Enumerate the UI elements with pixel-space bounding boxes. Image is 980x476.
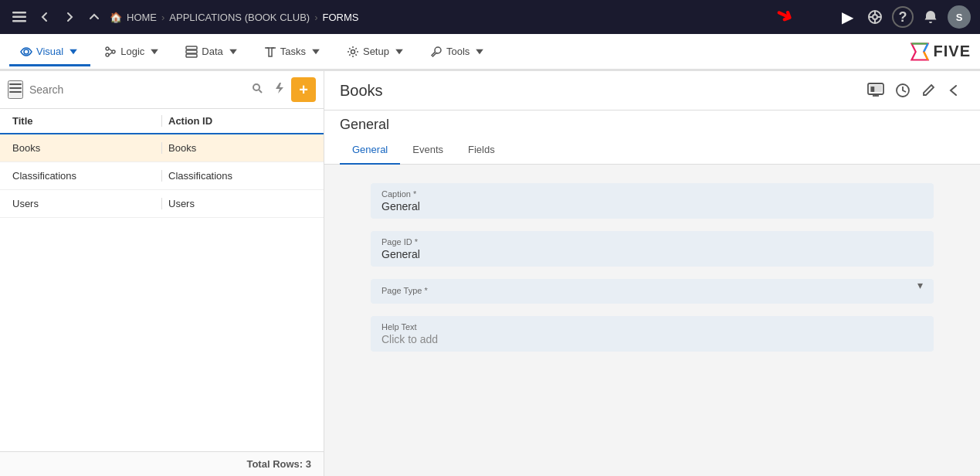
row-actionid: Classifications xyxy=(168,170,311,182)
help-text-placeholder: Click to add xyxy=(381,333,923,345)
main-toolbar: Visual Logic Data Tasks xyxy=(0,34,980,71)
forward-button[interactable] xyxy=(60,8,79,26)
svg-rect-1 xyxy=(12,16,26,19)
svg-line-14 xyxy=(109,53,112,55)
content-tab-events[interactable]: Events xyxy=(400,136,456,165)
play-button[interactable]: ▶ xyxy=(837,5,858,29)
breadcrumb-apps[interactable]: APPLICATIONS (BOOK CLUB) xyxy=(169,12,310,23)
content-header-actions: ||| xyxy=(864,79,965,102)
table-header: Title Action ID xyxy=(0,109,324,134)
section-title: General xyxy=(340,117,965,136)
lightning-icon[interactable] xyxy=(273,82,285,97)
svg-point-4 xyxy=(873,15,877,19)
svg-point-11 xyxy=(112,50,115,53)
col-actionid-header: Action ID xyxy=(168,115,311,127)
breadcrumb-home[interactable]: HOME xyxy=(127,12,157,23)
tab-tools-label: Tools xyxy=(446,46,470,57)
sidebar: + Title Action ID Books Books Classifica… xyxy=(0,71,324,476)
content-tab-fields[interactable]: Fields xyxy=(456,136,507,165)
tab-logic[interactable]: Logic xyxy=(93,39,171,66)
tab-tasks[interactable]: Tasks xyxy=(253,39,333,66)
tab-tasks-label: Tasks xyxy=(280,46,306,57)
row-actionid: Books xyxy=(168,142,311,154)
content-tab-general[interactable]: General xyxy=(340,136,400,165)
table-row[interactable]: Books Books xyxy=(0,134,324,162)
svg-point-10 xyxy=(106,47,109,50)
sidebar-search-bar: + xyxy=(0,71,324,109)
help-text-label: Help Text xyxy=(381,322,923,332)
tab-visual[interactable]: Visual xyxy=(9,39,90,66)
back-button[interactable] xyxy=(36,8,54,26)
table-row[interactable]: Users Users xyxy=(0,190,324,218)
help-button[interactable]: ? xyxy=(892,6,914,28)
setup-dropdown-icon xyxy=(393,46,405,58)
svg-rect-17 xyxy=(186,54,197,57)
top-navigation: 🏠 HOME › APPLICATIONS (BOOK CLUB) › FORM… xyxy=(0,0,980,34)
svg-point-19 xyxy=(351,49,354,53)
svg-point-12 xyxy=(106,53,109,56)
svg-rect-15 xyxy=(186,46,197,49)
content-area: Books ||| xyxy=(324,71,980,476)
breadcrumb: 🏠 HOME › APPLICATIONS (BOOK CLUB) › FORM… xyxy=(110,12,358,23)
form-area: Caption * General Page ID * General Page… xyxy=(324,165,980,476)
menu-button[interactable] xyxy=(9,7,29,27)
help-text-field[interactable]: Help Text Click to add xyxy=(371,316,934,352)
nav-right: ▶ ? S xyxy=(837,5,971,29)
monitor-icon-button[interactable]: ||| xyxy=(864,79,887,102)
svg-marker-20 xyxy=(911,43,927,60)
tasks-icon xyxy=(264,46,276,58)
notification-button[interactable] xyxy=(918,6,943,28)
svg-rect-24 xyxy=(9,83,22,85)
col-title-header: Title xyxy=(12,115,155,127)
content-header-title: Books xyxy=(340,82,864,100)
svg-rect-16 xyxy=(186,50,197,53)
row-title: Users xyxy=(12,198,155,209)
sidebar-menu-icon[interactable] xyxy=(8,80,23,99)
tasks-dropdown-icon xyxy=(310,46,322,58)
search-input[interactable] xyxy=(29,83,246,96)
table-footer: Total Rows: 3 xyxy=(0,451,324,476)
tools-icon xyxy=(430,46,443,58)
table-row[interactable]: Classifications Classifications xyxy=(0,162,324,190)
breadcrumb-forms[interactable]: FORMS xyxy=(322,12,358,23)
tools-dropdown-icon xyxy=(473,46,486,58)
content-tabs: General Events Fields xyxy=(324,136,980,165)
back-to-list-button[interactable] xyxy=(943,80,965,101)
five-logo-icon xyxy=(909,41,931,63)
svg-point-27 xyxy=(253,84,259,90)
edit-icon-button[interactable] xyxy=(918,80,938,100)
caption-value: General xyxy=(381,200,923,212)
five-logo: FIVE xyxy=(909,41,971,63)
page-type-content: Page Type * xyxy=(381,286,917,297)
nav-left: 🏠 HOME › APPLICATIONS (BOOK CLUB) › FORM… xyxy=(9,7,831,27)
logic-icon xyxy=(104,46,117,58)
setup-icon xyxy=(347,46,359,58)
tab-setup-label: Setup xyxy=(363,46,389,57)
page-type-field[interactable]: Page Type * ▾ xyxy=(371,279,934,304)
tab-setup[interactable]: Setup xyxy=(336,39,416,66)
up-button[interactable] xyxy=(85,8,103,26)
caption-label: Caption * xyxy=(381,189,923,199)
user-avatar[interactable]: S xyxy=(948,5,971,29)
caption-field[interactable]: Caption * General xyxy=(371,183,934,219)
target-button[interactable] xyxy=(863,6,887,28)
svg-point-9 xyxy=(24,49,29,54)
toolbar-right: FIVE xyxy=(909,41,971,63)
svg-rect-0 xyxy=(12,12,26,14)
search-icon[interactable] xyxy=(251,82,263,97)
main-layout: + Title Action ID Books Books Classifica… xyxy=(0,71,980,476)
add-button[interactable]: + xyxy=(291,77,316,102)
total-rows-label: Total Rows: 3 xyxy=(246,458,311,470)
page-id-field[interactable]: Page ID * General xyxy=(371,231,934,267)
history-icon-button[interactable] xyxy=(892,80,914,101)
page-id-label: Page ID * xyxy=(381,237,923,246)
visual-dropdown-icon xyxy=(67,46,80,58)
data-dropdown-icon xyxy=(227,46,239,58)
tab-data[interactable]: Data xyxy=(175,39,249,66)
tab-data-label: Data xyxy=(202,46,222,57)
search-wrap xyxy=(29,82,263,97)
tab-tools[interactable]: Tools xyxy=(419,39,497,66)
section-title-area: General xyxy=(324,110,980,136)
page-type-label: Page Type * xyxy=(381,286,917,295)
data-icon xyxy=(185,46,198,58)
